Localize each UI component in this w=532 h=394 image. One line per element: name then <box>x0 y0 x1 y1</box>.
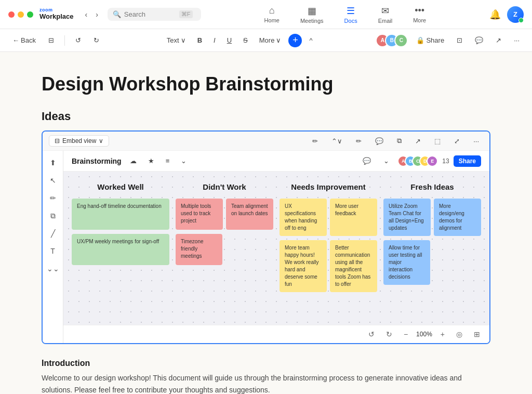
open-external-button[interactable]: ↗ <box>491 34 506 46</box>
toolbar-mid: Text ∨ B I U S More ∨ + ^ <box>108 34 372 47</box>
insert-button[interactable]: + <box>288 34 302 47</box>
search-input[interactable] <box>124 10 176 18</box>
wb-download-icon[interactable]: ⌄ <box>177 155 191 167</box>
undo-button[interactable]: ↺ <box>71 34 85 46</box>
wb-comment-button[interactable]: 💬 <box>358 155 375 167</box>
wb-grid-button[interactable]: ⊞ <box>471 329 483 340</box>
sidebar-icon: ⊟ <box>48 36 54 44</box>
nav-more-label: More <box>413 17 426 23</box>
nav-item-home[interactable]: ⌂ Home <box>260 3 284 25</box>
nav-back-arrow[interactable]: ‹ <box>82 8 91 21</box>
intro-section: Introduction Welcome to our design works… <box>42 359 490 394</box>
text-dropdown-button[interactable]: Text ∨ <box>163 34 190 46</box>
wb-line-tool[interactable]: ╱ <box>45 226 61 241</box>
search-bar[interactable]: 🔍 ⌘F <box>108 8 201 21</box>
avatar[interactable]: Z <box>507 6 524 23</box>
zoom-percentage: 100% <box>416 331 432 338</box>
home-icon: ⌂ <box>269 5 275 16</box>
italic-button[interactable]: I <box>209 34 220 46</box>
window-controls <box>8 11 33 18</box>
underline-button[interactable]: U <box>223 34 236 46</box>
strikethrough-button[interactable]: S <box>239 34 252 46</box>
sticky-note[interactable]: Eng hand-off timeline documentation <box>72 199 169 230</box>
embed-more[interactable]: ··· <box>469 135 483 147</box>
nav-home-label: Home <box>264 17 280 23</box>
intro-heading: Introduction <box>42 359 490 368</box>
nav-forward-arrow[interactable]: › <box>92 8 101 21</box>
whiteboard-sidebar: ⬆ ↖ ✏ ⧉ ╱ T ⌄⌄ <box>43 151 63 343</box>
nav-item-email[interactable]: ✉ Email <box>374 3 397 26</box>
sticky-note[interactable]: Allow time for user testing all major in… <box>383 240 430 285</box>
wb-cursor-tool[interactable]: ↖ <box>45 173 61 188</box>
whiteboard-footer: ↺ ↻ − 100% + ◎ ⊞ <box>63 325 489 343</box>
document-title: Design Workshop Brainstorming <box>42 73 490 95</box>
wb-zoom-out-button[interactable]: − <box>401 329 411 340</box>
chevron-down-icon: ∨ <box>181 36 186 44</box>
wb-zoom-in-button[interactable]: + <box>437 329 448 340</box>
embed-tool-5[interactable]: ⧉ <box>393 135 406 147</box>
redo-button[interactable]: ↻ <box>89 34 103 46</box>
nav-item-meetings[interactable]: ▦ Meetings <box>296 3 328 26</box>
sticky-note[interactable]: UX/PM weekly meetings for sign-off <box>72 234 169 265</box>
wb-select-all-tool[interactable]: ⬆ <box>45 155 61 170</box>
wb-copy-tool[interactable]: ⧉ <box>45 208 61 224</box>
nav-item-docs[interactable]: ☰ Docs <box>340 3 362 26</box>
sticky-note[interactable]: Utilize Zoom Team Chat for all Design+En… <box>383 199 431 236</box>
sticky-note[interactable]: More design/eng demos for alignment <box>434 199 481 236</box>
document-area: Design Workshop Brainstorming Ideas ⊟ Em… <box>0 52 532 394</box>
participant-count: 13 <box>442 157 449 165</box>
wb-undo-button[interactable]: ↺ <box>365 329 378 340</box>
more-label: More <box>259 36 275 44</box>
wb-star-icon[interactable]: ★ <box>144 155 158 167</box>
share-icon-button[interactable]: 🔒 Share <box>412 34 448 46</box>
text-label: Text <box>167 36 179 44</box>
wb-text-tool[interactable]: T <box>45 243 61 259</box>
sticky-note[interactable]: Better communication using all the magni… <box>330 240 377 292</box>
bold-button[interactable]: B <box>193 34 206 46</box>
wb-collaborators: A B C D E <box>397 155 438 167</box>
wb-cloud-icon[interactable]: ☁ <box>126 155 141 167</box>
sticky-note[interactable]: Multiple tools used to track project <box>176 199 223 230</box>
embed-tool-4[interactable]: 💬 <box>371 135 388 147</box>
back-button[interactable]: ← Back <box>8 34 40 46</box>
sticky-note[interactable]: Team alignment on launch dates <box>226 199 273 230</box>
embed-chevron-icon: ∨ <box>99 137 103 145</box>
sticky-note[interactable]: More team happy hours! We work really ha… <box>280 240 327 292</box>
undo-icon: ↺ <box>75 36 81 44</box>
sidebar-toggle-button[interactable]: ⊟ <box>44 34 58 46</box>
embed-tool-6[interactable]: ↗ <box>411 135 425 147</box>
chat-button[interactable]: 💬 <box>471 34 487 46</box>
embed-tool-1[interactable]: ✏ <box>308 135 322 147</box>
fullscreen-button[interactable] <box>27 11 33 18</box>
embed-view-button[interactable]: ⊟ Embed view ∨ <box>49 135 109 147</box>
col-title-needs-improvement: Needs Improvement <box>280 182 377 192</box>
embed-tool-3[interactable]: ✏ <box>352 135 366 147</box>
window-button[interactable]: ⊡ <box>453 34 467 46</box>
wb-pencil-tool[interactable]: ✏ <box>45 190 61 206</box>
embed-fullscreen[interactable]: ⤢ <box>450 135 464 147</box>
ideas-section-heading: Ideas <box>42 110 490 123</box>
nav-item-more[interactable]: ••• More <box>409 3 430 25</box>
sticky-note[interactable]: Timezone friendly meetings <box>176 234 222 265</box>
embed-tool-2[interactable]: ⌃∨ <box>327 135 347 147</box>
more-options-button[interactable]: ··· <box>510 34 524 46</box>
docs-icon: ☰ <box>347 5 355 17</box>
chat-icon: 💬 <box>475 36 483 44</box>
more-formatting-button[interactable]: More ∨ <box>255 34 286 46</box>
minimize-button[interactable] <box>18 11 24 18</box>
close-button[interactable] <box>8 11 15 18</box>
wb-map-button[interactable]: ◎ <box>453 329 466 340</box>
wb-more-tool[interactable]: ⌄⌄ <box>45 261 61 277</box>
toolbar-separator-1 <box>64 35 65 46</box>
embed-tool-7[interactable]: ⬚ <box>430 135 445 147</box>
wb-share-button[interactable]: Share <box>454 155 481 167</box>
app-brand: zoom Workplace <box>39 8 74 20</box>
wb-redo-button[interactable]: ↻ <box>383 329 395 340</box>
embed-toolbar-icons: ✏ ⌃∨ ✏ 💬 ⧉ ↗ ⬚ ⤢ ··· <box>308 135 483 147</box>
wb-chevron-button[interactable]: ⌄ <box>379 155 393 167</box>
sticky-note[interactable]: More user feedback <box>330 199 377 236</box>
chevron-up-button[interactable]: ^ <box>305 34 316 46</box>
notifications-icon[interactable]: 🔔 <box>489 9 501 20</box>
wb-menu-icon[interactable]: ≡ <box>162 155 174 167</box>
sticky-note[interactable]: UX specifications when handing off to en… <box>280 199 327 236</box>
